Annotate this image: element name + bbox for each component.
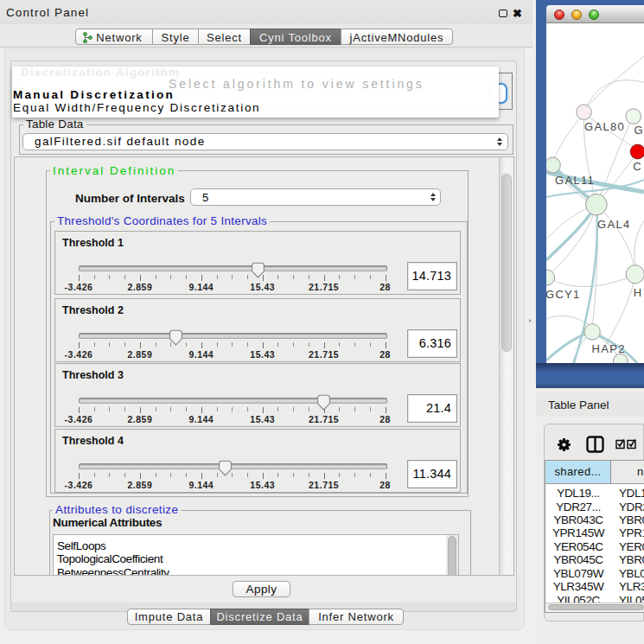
svg-text:C: C xyxy=(633,160,642,173)
svg-text:GAL80: GAL80 xyxy=(584,120,625,133)
svg-text:GA: GA xyxy=(634,124,644,137)
svg-text:GCY1: GCY1 xyxy=(546,288,581,301)
svg-text:GAL11: GAL11 xyxy=(555,174,595,187)
svg-text:H: H xyxy=(634,286,643,299)
svg-text:HAP2: HAP2 xyxy=(592,342,626,355)
svg-text:GAL4: GAL4 xyxy=(597,218,630,231)
